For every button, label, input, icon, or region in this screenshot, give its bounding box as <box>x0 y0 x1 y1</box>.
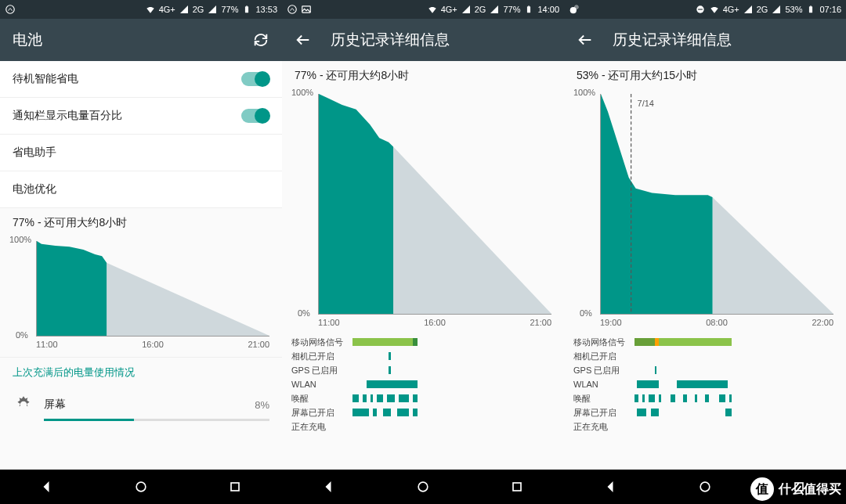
nav-back-button[interactable] <box>602 478 620 495</box>
svg-point-4 <box>136 482 146 491</box>
back-button[interactable] <box>295 31 312 49</box>
row-show-pct[interactable]: 通知栏显示电量百分比 <box>0 98 282 135</box>
strip-segment <box>659 338 732 346</box>
strip-label: 唤醒 <box>573 393 634 405</box>
strip-segment <box>413 394 417 402</box>
strip-track <box>634 423 837 430</box>
nav-recent-button[interactable] <box>226 478 244 495</box>
dnd-icon <box>695 4 706 15</box>
strip-track <box>634 394 837 402</box>
nav-home-button[interactable] <box>696 478 714 495</box>
svg-rect-17 <box>809 6 812 13</box>
predicted-area <box>713 197 833 314</box>
activity-strip: 移动网络信号 <box>291 335 555 349</box>
usage-label: 屏幕 <box>44 398 245 412</box>
activity-strip: 屏幕已开启 <box>573 405 837 419</box>
strip-segment <box>363 394 367 402</box>
svg-point-0 <box>6 5 15 14</box>
activity-strip: WLAN <box>291 377 555 391</box>
strip-segment <box>671 394 674 402</box>
back-button[interactable] <box>577 31 594 49</box>
settings-list: 待机智能省电 通知栏显示电量百分比 省电助手 电池优化 <box>0 61 282 208</box>
svg-rect-11 <box>513 483 521 491</box>
row-label: 通知栏显示电量百分比 <box>13 109 122 123</box>
wifi-icon <box>709 4 720 15</box>
nav-back-button[interactable] <box>320 478 338 495</box>
refresh-button[interactable] <box>252 31 269 49</box>
battery-chart[interactable]: 100% 0% 11:00 16:00 21:00 <box>282 88 564 335</box>
usage-since-charge-link[interactable]: 上次充满后的电量使用情况 <box>0 357 282 387</box>
plot-area: 7/14 <box>600 94 833 315</box>
row-battery-optimize[interactable]: 电池优化 <box>0 171 282 208</box>
svg-rect-16 <box>698 9 703 9</box>
nav-recent-button[interactable] <box>508 478 526 495</box>
toggle-on[interactable] <box>241 109 269 123</box>
strip-segment <box>695 394 697 402</box>
x-axis-labels: 11:00 16:00 21:00 <box>318 318 551 330</box>
strip-segment <box>397 409 409 416</box>
nav-bar <box>0 470 282 504</box>
strip-segment <box>371 394 373 402</box>
nav-recent-button[interactable] <box>790 478 808 495</box>
svg-rect-20 <box>795 483 803 491</box>
signal-icon <box>743 4 754 15</box>
screen-battery-settings: 4G+ 2G 77% 13:53 电池 待机智能省电 通知栏显示电量百分比 省电… <box>0 0 282 504</box>
activity-strips: 移动网络信号相机已开启GPS 已启用WLAN唤醒屏幕已开启正在充电 <box>564 335 846 437</box>
page-title: 历史记录详细信息 <box>331 30 450 50</box>
strip-label: 移动网络信号 <box>291 337 352 348</box>
svg-rect-18 <box>811 5 812 6</box>
activity-strip: GPS 已启用 <box>573 363 837 377</box>
strip-segment <box>387 394 395 402</box>
row-power-assistant[interactable]: 省电助手 <box>0 135 282 171</box>
signal-icon <box>461 4 472 15</box>
actual-area <box>601 94 713 314</box>
strip-segment <box>719 394 725 402</box>
nav-bar <box>282 470 564 504</box>
strip-label: 正在充电 <box>291 421 352 433</box>
svg-point-10 <box>418 482 428 491</box>
battery-summary: 77% - 还可用大约8小时 <box>0 208 282 235</box>
signal-icon <box>179 4 190 15</box>
battery-chart[interactable]: 100% 0% 11:00 16:00 21:00 <box>0 235 282 357</box>
predicted-area <box>393 146 551 314</box>
strip-segment <box>399 394 409 402</box>
strip-segment <box>683 394 687 402</box>
nav-home-button[interactable] <box>414 478 432 495</box>
app-bar: 电池 <box>0 19 282 61</box>
activity-strip: 移动网络信号 <box>573 335 837 349</box>
y-min-label: 0% <box>16 330 28 340</box>
signal2-icon <box>489 4 500 15</box>
activity-strips: 移动网络信号相机已开启GPS 已启用WLAN唤醒屏幕已开启正在充电 <box>282 335 564 437</box>
strip-label: 屏幕已开启 <box>573 407 634 419</box>
svg-rect-8 <box>527 6 530 13</box>
clock-label: 13:53 <box>255 5 277 14</box>
nav-home-button[interactable] <box>132 478 150 495</box>
svg-rect-1 <box>245 6 248 13</box>
wifi-icon <box>145 4 156 15</box>
battery-icon <box>523 4 534 15</box>
svg-point-6 <box>288 5 297 14</box>
network-2g-label: 2G <box>193 5 204 14</box>
strip-segment <box>637 380 659 388</box>
strip-track <box>352 366 555 374</box>
strip-track <box>352 409 555 416</box>
strip-label: 移动网络信号 <box>573 337 634 348</box>
activity-strip: 正在充电 <box>573 419 837 434</box>
toggle-on[interactable] <box>241 72 269 86</box>
strip-segment <box>725 409 732 416</box>
predicted-area <box>107 263 269 336</box>
svg-point-12 <box>570 7 577 13</box>
usage-item-screen[interactable]: 屏幕 8% <box>0 387 282 419</box>
strip-segment <box>642 394 645 402</box>
activity-strip: WLAN <box>573 377 837 391</box>
strip-segment <box>377 394 383 402</box>
battery-summary: 53% - 还可用大约15小时 <box>564 61 846 88</box>
uc-browser-icon <box>287 4 298 15</box>
strip-segment <box>352 409 369 416</box>
strip-track <box>352 394 555 402</box>
row-standby-saver[interactable]: 待机智能省电 <box>0 61 282 98</box>
strip-segment <box>634 394 638 402</box>
nav-back-button[interactable] <box>38 478 56 495</box>
battery-chart[interactable]: 100% 0% 7/14 19:00 08:00 22:00 <box>564 88 846 335</box>
actual-area <box>319 94 393 314</box>
